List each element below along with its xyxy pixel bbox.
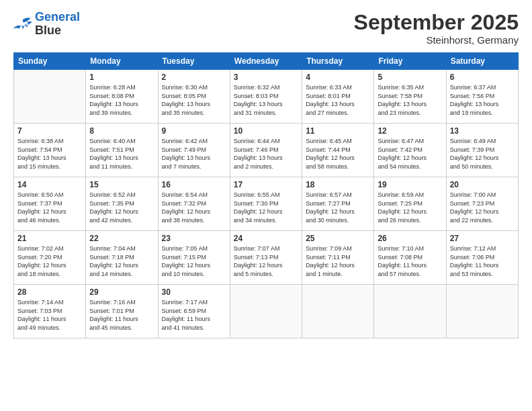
day-number: 12: [378, 126, 442, 136]
day-info: Sunrise: 6:35 AMSunset: 7:58 PMDaylight:…: [378, 83, 442, 117]
logo-icon: [13, 17, 32, 32]
calendar-cell: 7Sunrise: 6:38 AMSunset: 7:54 PMDaylight…: [14, 124, 86, 177]
day-info: Sunrise: 7:14 AMSunset: 7:03 PMDaylight:…: [17, 298, 82, 332]
day-number: 28: [17, 287, 82, 297]
calendar-cell: 19Sunrise: 6:59 AMSunset: 7:25 PMDayligh…: [374, 177, 446, 231]
calendar-cell: [446, 285, 518, 338]
day-info: Sunrise: 6:54 AMSunset: 7:32 PMDaylight:…: [162, 191, 226, 224]
day-info: Sunrise: 7:12 AMSunset: 7:06 PMDaylight:…: [450, 244, 515, 278]
col-saturday: Saturday: [446, 53, 518, 70]
day-info: Sunrise: 6:45 AMSunset: 7:44 PMDaylight:…: [306, 137, 370, 171]
calendar-cell: [374, 285, 446, 338]
day-number: 21: [17, 234, 82, 243]
day-info: Sunrise: 7:10 AMSunset: 7:08 PMDaylight:…: [378, 244, 442, 278]
day-number: 9: [162, 126, 226, 136]
week-row-4: 21Sunrise: 7:02 AMSunset: 7:20 PMDayligh…: [14, 231, 519, 285]
day-info: Sunrise: 6:57 AMSunset: 7:27 PMDaylight:…: [306, 191, 370, 224]
title-block: September 2025 Steinhorst, Germany: [354, 11, 519, 46]
col-thursday: Thursday: [302, 53, 374, 70]
calendar-cell: 26Sunrise: 7:10 AMSunset: 7:08 PMDayligh…: [374, 231, 446, 285]
calendar-cell: 9Sunrise: 6:42 AMSunset: 7:49 PMDaylight…: [158, 124, 230, 177]
day-info: Sunrise: 7:02 AMSunset: 7:20 PMDaylight:…: [17, 244, 82, 278]
calendar-cell: 23Sunrise: 7:05 AMSunset: 7:15 PMDayligh…: [158, 231, 230, 285]
day-number: 14: [17, 180, 82, 189]
day-number: 18: [306, 180, 370, 189]
day-info: Sunrise: 7:07 AMSunset: 7:13 PMDaylight:…: [234, 244, 298, 278]
day-number: 1: [89, 73, 154, 82]
day-info: Sunrise: 7:16 AMSunset: 7:01 PMDaylight:…: [89, 298, 154, 332]
col-tuesday: Tuesday: [158, 53, 230, 70]
location-subtitle: Steinhorst, Germany: [354, 34, 519, 46]
day-info: Sunrise: 6:40 AMSunset: 7:51 PMDaylight:…: [89, 137, 154, 171]
day-number: 8: [89, 126, 154, 136]
calendar-cell: 14Sunrise: 6:50 AMSunset: 7:37 PMDayligh…: [14, 177, 86, 231]
day-info: Sunrise: 6:30 AMSunset: 8:05 PMDaylight:…: [162, 83, 226, 117]
calendar-cell: 18Sunrise: 6:57 AMSunset: 7:27 PMDayligh…: [302, 177, 374, 231]
col-friday: Friday: [374, 53, 446, 70]
day-info: Sunrise: 7:09 AMSunset: 7:11 PMDaylight:…: [306, 244, 370, 278]
calendar-cell: [14, 70, 86, 124]
day-number: 6: [450, 73, 515, 82]
day-number: 13: [450, 126, 515, 136]
day-number: 10: [234, 126, 298, 136]
col-monday: Monday: [86, 53, 158, 70]
calendar-cell: 12Sunrise: 6:47 AMSunset: 7:42 PMDayligh…: [374, 124, 446, 177]
day-number: 3: [234, 73, 298, 82]
day-number: 29: [89, 287, 154, 297]
day-info: Sunrise: 6:44 AMSunset: 7:46 PMDaylight:…: [234, 137, 298, 171]
calendar-cell: 21Sunrise: 7:02 AMSunset: 7:20 PMDayligh…: [14, 231, 86, 285]
calendar-cell: 20Sunrise: 7:00 AMSunset: 7:23 PMDayligh…: [446, 177, 518, 231]
calendar-cell: 3Sunrise: 6:32 AMSunset: 8:03 PMDaylight…: [230, 70, 302, 124]
day-info: Sunrise: 6:32 AMSunset: 8:03 PMDaylight:…: [234, 83, 298, 117]
day-number: 17: [234, 180, 298, 189]
calendar-cell: 17Sunrise: 6:55 AMSunset: 7:30 PMDayligh…: [230, 177, 302, 231]
day-info: Sunrise: 6:42 AMSunset: 7:49 PMDaylight:…: [162, 137, 226, 171]
day-info: Sunrise: 6:28 AMSunset: 8:08 PMDaylight:…: [89, 83, 154, 117]
week-row-1: 1Sunrise: 6:28 AMSunset: 8:08 PMDaylight…: [14, 70, 519, 124]
col-wednesday: Wednesday: [230, 53, 302, 70]
calendar-cell: 16Sunrise: 6:54 AMSunset: 7:32 PMDayligh…: [158, 177, 230, 231]
day-number: 24: [234, 234, 298, 243]
calendar-cell: 4Sunrise: 6:33 AMSunset: 8:01 PMDaylight…: [302, 70, 374, 124]
calendar-cell: 5Sunrise: 6:35 AMSunset: 7:58 PMDaylight…: [374, 70, 446, 124]
day-info: Sunrise: 6:55 AMSunset: 7:30 PMDaylight:…: [234, 191, 298, 224]
day-number: 5: [378, 73, 442, 82]
col-sunday: Sunday: [14, 53, 86, 70]
header: GeneralBlue September 2025 Steinhorst, G…: [13, 11, 519, 46]
day-number: 11: [306, 126, 370, 136]
calendar: Sunday Monday Tuesday Wednesday Thursday…: [13, 52, 519, 338]
day-info: Sunrise: 6:47 AMSunset: 7:42 PMDaylight:…: [378, 137, 442, 171]
calendar-cell: 2Sunrise: 6:30 AMSunset: 8:05 PMDaylight…: [158, 70, 230, 124]
day-number: 27: [450, 234, 515, 243]
day-info: Sunrise: 6:59 AMSunset: 7:25 PMDaylight:…: [378, 191, 442, 224]
day-info: Sunrise: 6:37 AMSunset: 7:56 PMDaylight:…: [450, 83, 515, 117]
calendar-cell: 15Sunrise: 6:52 AMSunset: 7:35 PMDayligh…: [86, 177, 158, 231]
calendar-cell: 27Sunrise: 7:12 AMSunset: 7:06 PMDayligh…: [446, 231, 518, 285]
calendar-cell: 6Sunrise: 6:37 AMSunset: 7:56 PMDaylight…: [446, 70, 518, 124]
calendar-cell: 28Sunrise: 7:14 AMSunset: 7:03 PMDayligh…: [14, 285, 86, 338]
day-info: Sunrise: 7:05 AMSunset: 7:15 PMDaylight:…: [162, 244, 226, 278]
day-number: 16: [162, 180, 226, 189]
day-info: Sunrise: 6:33 AMSunset: 8:01 PMDaylight:…: [306, 83, 370, 117]
calendar-cell: 22Sunrise: 7:04 AMSunset: 7:18 PMDayligh…: [86, 231, 158, 285]
calendar-cell: 29Sunrise: 7:16 AMSunset: 7:01 PMDayligh…: [86, 285, 158, 338]
week-row-2: 7Sunrise: 6:38 AMSunset: 7:54 PMDaylight…: [14, 124, 519, 177]
week-row-3: 14Sunrise: 6:50 AMSunset: 7:37 PMDayligh…: [14, 177, 519, 231]
day-number: 20: [450, 180, 515, 189]
day-number: 22: [89, 234, 154, 243]
calendar-cell: 11Sunrise: 6:45 AMSunset: 7:44 PMDayligh…: [302, 124, 374, 177]
day-number: 7: [17, 126, 82, 136]
month-title: September 2025: [354, 11, 519, 34]
calendar-cell: [230, 285, 302, 338]
calendar-cell: 30Sunrise: 7:17 AMSunset: 6:59 PMDayligh…: [158, 285, 230, 338]
day-info: Sunrise: 7:04 AMSunset: 7:18 PMDaylight:…: [89, 244, 154, 278]
logo: GeneralBlue: [13, 11, 80, 38]
day-info: Sunrise: 7:17 AMSunset: 6:59 PMDaylight:…: [162, 298, 226, 332]
day-number: 4: [306, 73, 370, 82]
day-info: Sunrise: 6:52 AMSunset: 7:35 PMDaylight:…: [89, 191, 154, 224]
day-info: Sunrise: 7:00 AMSunset: 7:23 PMDaylight:…: [450, 191, 515, 224]
calendar-cell: 13Sunrise: 6:49 AMSunset: 7:39 PMDayligh…: [446, 124, 518, 177]
day-info: Sunrise: 6:38 AMSunset: 7:54 PMDaylight:…: [17, 137, 82, 171]
day-number: 25: [306, 234, 370, 243]
page: GeneralBlue September 2025 Steinhorst, G…: [0, 0, 532, 411]
